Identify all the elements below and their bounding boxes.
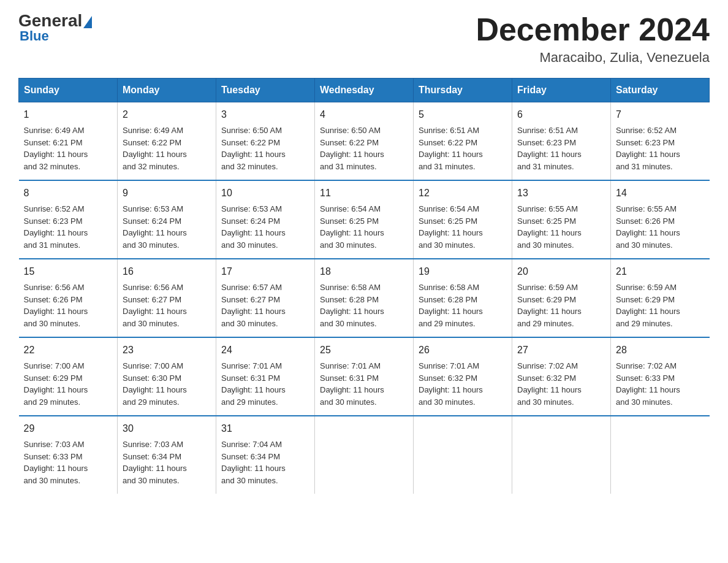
day-info: Sunrise: 6:59 AMSunset: 6:29 PMDaylight:… [517,283,582,328]
day-number: 28 [616,343,705,358]
day-cell: 14 Sunrise: 6:55 AMSunset: 6:26 PMDaylig… [611,180,710,259]
day-cell [611,416,710,494]
calendar-table: SundayMondayTuesdayWednesdayThursdayFrid… [18,78,710,494]
logo-general: General [18,12,82,29]
day-number: 30 [123,421,211,436]
day-number: 27 [517,343,605,358]
day-info: Sunrise: 7:03 AMSunset: 6:33 PMDaylight:… [24,440,88,485]
day-info: Sunrise: 6:55 AMSunset: 6:25 PMDaylight:… [517,204,582,250]
day-cell: 13 Sunrise: 6:55 AMSunset: 6:25 PMDaylig… [512,180,611,259]
day-cell: 22 Sunrise: 7:00 AMSunset: 6:29 PMDaylig… [19,337,118,416]
column-header-monday: Monday [118,79,216,102]
day-info: Sunrise: 6:58 AMSunset: 6:28 PMDaylight:… [320,283,384,328]
day-cell: 3 Sunrise: 6:50 AMSunset: 6:22 PMDayligh… [216,102,315,181]
day-number: 10 [221,186,309,201]
column-header-friday: Friday [512,79,611,102]
day-info: Sunrise: 6:54 AMSunset: 6:25 PMDaylight:… [419,204,483,250]
column-header-sunday: Sunday [19,79,118,102]
day-cell: 30 Sunrise: 7:03 AMSunset: 6:34 PMDaylig… [118,416,216,494]
day-number: 14 [616,186,705,201]
column-header-thursday: Thursday [414,79,512,102]
page-header: General Blue December 2024 Maracaibo, Zu… [18,12,710,66]
day-info: Sunrise: 6:50 AMSunset: 6:22 PMDaylight:… [221,126,286,171]
day-info: Sunrise: 7:02 AMSunset: 6:32 PMDaylight:… [517,361,582,407]
day-info: Sunrise: 7:01 AMSunset: 6:31 PMDaylight:… [221,361,286,407]
day-number: 6 [517,107,605,122]
day-cell: 26 Sunrise: 7:01 AMSunset: 6:32 PMDaylig… [414,337,512,416]
day-number: 20 [517,264,605,279]
day-info: Sunrise: 7:02 AMSunset: 6:33 PMDaylight:… [616,361,680,407]
day-cell [414,416,512,494]
week-row-2: 8 Sunrise: 6:52 AMSunset: 6:23 PMDayligh… [19,180,710,259]
logo-triangle-icon [83,16,92,28]
day-cell: 16 Sunrise: 6:56 AMSunset: 6:27 PMDaylig… [118,259,216,337]
header-row: SundayMondayTuesdayWednesdayThursdayFrid… [19,79,710,102]
day-number: 18 [320,264,408,279]
day-cell: 24 Sunrise: 7:01 AMSunset: 6:31 PMDaylig… [216,337,315,416]
day-number: 25 [320,343,408,358]
day-info: Sunrise: 7:04 AMSunset: 6:34 PMDaylight:… [221,440,286,485]
day-number: 8 [24,186,113,201]
day-info: Sunrise: 6:50 AMSunset: 6:22 PMDaylight:… [320,126,384,171]
day-info: Sunrise: 6:53 AMSunset: 6:24 PMDaylight:… [221,204,286,250]
day-number: 13 [517,186,605,201]
title-block: December 2024 Maracaibo, Zulia, Venezuel… [476,12,710,66]
column-header-wednesday: Wednesday [315,79,414,102]
day-info: Sunrise: 6:51 AMSunset: 6:22 PMDaylight:… [419,126,483,171]
day-cell: 21 Sunrise: 6:59 AMSunset: 6:29 PMDaylig… [611,259,710,337]
day-number: 23 [123,343,211,358]
day-number: 1 [24,107,113,122]
day-number: 3 [221,107,309,122]
day-cell: 8 Sunrise: 6:52 AMSunset: 6:23 PMDayligh… [19,180,118,259]
day-info: Sunrise: 6:49 AMSunset: 6:22 PMDaylight:… [123,126,187,171]
day-cell: 6 Sunrise: 6:51 AMSunset: 6:23 PMDayligh… [512,102,611,181]
logo: General Blue [18,12,92,44]
day-info: Sunrise: 6:51 AMSunset: 6:23 PMDaylight:… [517,126,582,171]
day-cell: 25 Sunrise: 7:01 AMSunset: 6:31 PMDaylig… [315,337,414,416]
column-header-tuesday: Tuesday [216,79,315,102]
logo-blue: Blue [20,28,49,44]
day-cell: 19 Sunrise: 6:58 AMSunset: 6:28 PMDaylig… [414,259,512,337]
day-info: Sunrise: 6:49 AMSunset: 6:21 PMDaylight:… [24,126,88,171]
day-cell: 28 Sunrise: 7:02 AMSunset: 6:33 PMDaylig… [611,337,710,416]
week-row-4: 22 Sunrise: 7:00 AMSunset: 6:29 PMDaylig… [19,337,710,416]
day-info: Sunrise: 6:59 AMSunset: 6:29 PMDaylight:… [616,283,680,328]
day-number: 16 [123,264,211,279]
day-cell: 12 Sunrise: 6:54 AMSunset: 6:25 PMDaylig… [414,180,512,259]
day-number: 5 [419,107,507,122]
day-number: 19 [419,264,507,279]
day-cell: 27 Sunrise: 7:02 AMSunset: 6:32 PMDaylig… [512,337,611,416]
day-cell: 23 Sunrise: 7:00 AMSunset: 6:30 PMDaylig… [118,337,216,416]
week-row-5: 29 Sunrise: 7:03 AMSunset: 6:33 PMDaylig… [19,416,710,494]
day-number: 17 [221,264,309,279]
day-number: 21 [616,264,705,279]
day-info: Sunrise: 7:00 AMSunset: 6:29 PMDaylight:… [24,361,88,407]
day-number: 22 [24,343,113,358]
day-info: Sunrise: 7:00 AMSunset: 6:30 PMDaylight:… [123,361,187,407]
day-cell: 9 Sunrise: 6:53 AMSunset: 6:24 PMDayligh… [118,180,216,259]
day-number: 24 [221,343,309,358]
day-number: 12 [419,186,507,201]
day-info: Sunrise: 6:57 AMSunset: 6:27 PMDaylight:… [221,283,286,328]
day-info: Sunrise: 6:56 AMSunset: 6:27 PMDaylight:… [123,283,187,328]
day-info: Sunrise: 7:01 AMSunset: 6:31 PMDaylight:… [320,361,384,407]
day-cell: 20 Sunrise: 6:59 AMSunset: 6:29 PMDaylig… [512,259,611,337]
day-number: 31 [221,421,309,436]
week-row-3: 15 Sunrise: 6:56 AMSunset: 6:26 PMDaylig… [19,259,710,337]
day-cell: 29 Sunrise: 7:03 AMSunset: 6:33 PMDaylig… [19,416,118,494]
day-cell: 4 Sunrise: 6:50 AMSunset: 6:22 PMDayligh… [315,102,414,181]
day-info: Sunrise: 6:52 AMSunset: 6:23 PMDaylight:… [24,204,88,250]
calendar-location: Maracaibo, Zulia, Venezuela [476,50,710,66]
day-number: 11 [320,186,408,201]
day-cell: 11 Sunrise: 6:54 AMSunset: 6:25 PMDaylig… [315,180,414,259]
day-cell: 18 Sunrise: 6:58 AMSunset: 6:28 PMDaylig… [315,259,414,337]
day-number: 15 [24,264,113,279]
week-row-1: 1 Sunrise: 6:49 AMSunset: 6:21 PMDayligh… [19,102,710,181]
day-cell: 5 Sunrise: 6:51 AMSunset: 6:22 PMDayligh… [414,102,512,181]
day-cell: 2 Sunrise: 6:49 AMSunset: 6:22 PMDayligh… [118,102,216,181]
day-number: 29 [24,421,113,436]
day-info: Sunrise: 7:01 AMSunset: 6:32 PMDaylight:… [419,361,483,407]
day-info: Sunrise: 6:52 AMSunset: 6:23 PMDaylight:… [616,126,680,171]
day-cell: 31 Sunrise: 7:04 AMSunset: 6:34 PMDaylig… [216,416,315,494]
day-cell [512,416,611,494]
